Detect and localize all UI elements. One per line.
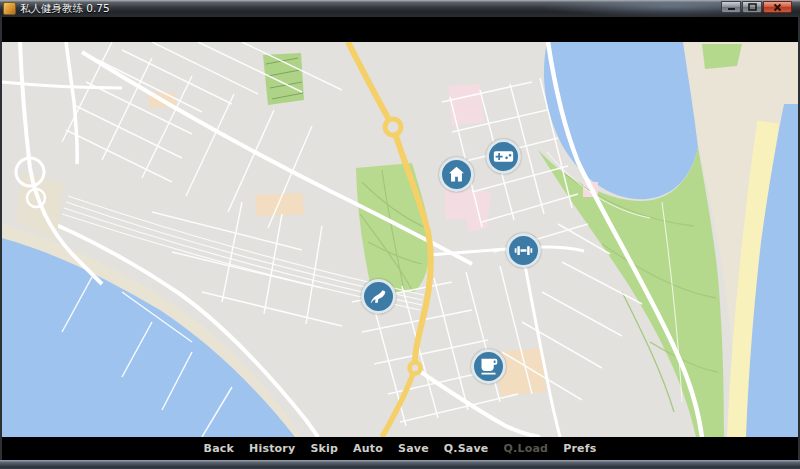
- city-map: [2, 42, 798, 437]
- dumbbell-icon: [513, 240, 534, 261]
- title-bar[interactable]: 私人健身教练 0.75: [0, 0, 800, 17]
- window-title: 私人健身教练 0.75: [20, 2, 110, 16]
- gamepad-icon: [493, 146, 514, 167]
- quickmenu-item-save[interactable]: Save: [398, 442, 429, 455]
- maximize-icon: [748, 3, 757, 11]
- close-icon: [773, 3, 782, 12]
- app-icon: [3, 2, 16, 15]
- window-controls: [721, 1, 792, 13]
- quick-menu: BackHistorySkipAutoSaveQ.SaveQ.LoadPrefs: [2, 437, 798, 460]
- coffee-cup-icon: [478, 356, 499, 377]
- quickmenu-item-back[interactable]: Back: [204, 442, 234, 455]
- minimize-button[interactable]: [721, 1, 741, 13]
- shoe-store-marker[interactable]: [361, 279, 396, 314]
- quickmenu-item-skip[interactable]: Skip: [310, 442, 338, 455]
- gym-marker[interactable]: [506, 233, 541, 268]
- quickmenu-item-prefs[interactable]: Prefs: [563, 442, 596, 455]
- game-window: 私人健身教练 0.75: [0, 0, 800, 469]
- quickmenu-item-qsave[interactable]: Q.Save: [444, 442, 489, 455]
- quickmenu-item-history[interactable]: History: [249, 442, 295, 455]
- window-border-left: [0, 17, 2, 460]
- arcade-marker[interactable]: [486, 139, 521, 174]
- quickmenu-item-qload: Q.Load: [504, 442, 549, 455]
- city-map-view[interactable]: [2, 42, 798, 437]
- minimize-icon: [727, 3, 736, 11]
- maximize-button[interactable]: [742, 1, 762, 13]
- high-heel-icon: [368, 286, 389, 307]
- close-button[interactable]: [763, 1, 792, 13]
- house-icon: [446, 164, 467, 185]
- game-content: BackHistorySkipAutoSaveQ.SaveQ.LoadPrefs: [2, 17, 798, 460]
- cafe-marker[interactable]: [471, 349, 506, 384]
- window-border-bottom: [0, 460, 800, 469]
- home-marker[interactable]: [439, 157, 474, 192]
- quickmenu-item-auto[interactable]: Auto: [353, 442, 383, 455]
